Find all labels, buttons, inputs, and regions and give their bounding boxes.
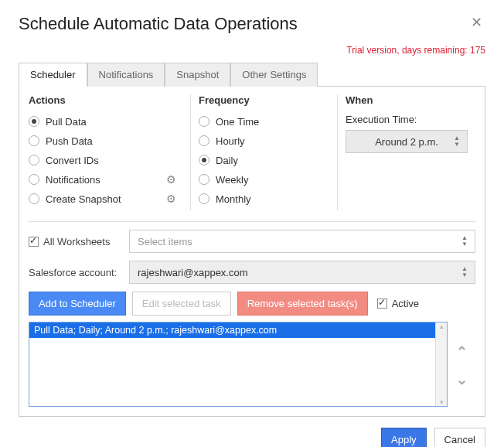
radio-label: Create Snapshot — [46, 193, 121, 205]
action-notifications[interactable]: Notifications ⚙ — [29, 172, 182, 187]
dialog-footer: Apply Cancel — [19, 428, 485, 447]
radio-label: Pull Data — [46, 116, 87, 128]
add-to-scheduler-button[interactable]: Add to Scheduler — [29, 292, 126, 316]
radio-icon — [29, 193, 39, 204]
dialog-title: Schedule Automatic Data Operations — [19, 14, 298, 34]
radio-icon — [29, 135, 39, 146]
radio-icon — [199, 116, 209, 127]
active-label: Active — [392, 298, 419, 309]
when-title: When — [346, 94, 468, 106]
all-worksheets-toggle[interactable]: All Worksheets — [29, 236, 129, 247]
action-create-snapshot[interactable]: Create Snapshot ⚙ — [29, 191, 182, 206]
sections: Actions Pull Data Push Data Convert IDs … — [29, 94, 475, 210]
actions-section: Actions Pull Data Push Data Convert IDs … — [29, 94, 191, 210]
radio-icon — [199, 174, 209, 185]
stepper-icon: ▲▼ — [458, 233, 472, 250]
execution-time-value: Around 2 p.m. — [375, 136, 438, 148]
actions-title: Actions — [29, 94, 182, 106]
execution-time-select[interactable]: Around 2 p.m. ▲▼ — [346, 130, 468, 153]
account-value: rajeshwari@xappex.com — [138, 267, 248, 278]
checkbox-icon — [377, 299, 387, 309]
frequency-section: Frequency One Time Hourly Daily Weekly — [191, 94, 338, 210]
trial-notice: Trial version, days remaining: 175 — [19, 45, 485, 56]
radio-label: Hourly — [216, 135, 245, 147]
execution-time-label: Execution Time: — [346, 114, 468, 125]
radio-label: Daily — [216, 155, 238, 166]
worksheets-row: All Worksheets Select items ▲▼ — [29, 230, 475, 253]
worksheets-placeholder: Select items — [138, 236, 192, 247]
checkbox-icon — [29, 237, 39, 247]
tab-snapshot[interactable]: Snapshot — [165, 63, 230, 87]
task-listbox[interactable]: Pull Data; Daily; Around 2 p.m.; rajeshw… — [29, 322, 448, 407]
radio-icon — [199, 135, 209, 146]
frequency-title: Frequency — [199, 94, 329, 106]
edit-task-button[interactable]: Edit selected task — [132, 292, 231, 316]
radio-icon — [29, 116, 39, 127]
freq-monthly[interactable]: Monthly — [199, 191, 329, 206]
move-down-icon[interactable]: ⌄ — [456, 371, 468, 388]
close-icon[interactable]: ✕ — [468, 14, 485, 31]
move-up-icon[interactable]: ⌃ — [456, 343, 468, 360]
radio-icon — [29, 155, 39, 165]
account-row: Salesforce account: rajeshwari@xappex.co… — [29, 261, 475, 284]
when-section: When Execution Time: Around 2 p.m. ▲▼ — [338, 94, 475, 210]
action-convert-ids[interactable]: Convert IDs — [29, 152, 182, 168]
task-list-area: Pull Data; Daily; Around 2 p.m.; rajeshw… — [29, 322, 475, 407]
radio-label: Convert IDs — [46, 155, 99, 166]
tab-other-settings[interactable]: Other Settings — [230, 63, 318, 87]
radio-label: Weekly — [216, 174, 248, 186]
radio-icon — [199, 155, 209, 165]
all-worksheets-label: All Worksheets — [43, 236, 110, 247]
radio-label: One Time — [216, 116, 259, 128]
active-toggle[interactable]: Active — [377, 298, 419, 309]
reorder-controls: ⌃ ⌄ — [448, 322, 475, 388]
account-select[interactable]: rajeshwari@xappex.com ▲▼ — [129, 261, 475, 284]
account-label: Salesforce account: — [29, 267, 129, 278]
freq-daily[interactable]: Daily — [199, 152, 329, 168]
title-row: Schedule Automatic Data Operations ✕ — [19, 14, 485, 34]
remove-task-button[interactable]: Remove selected task(s) — [237, 292, 368, 316]
scrollbar[interactable] — [435, 322, 447, 406]
divider — [29, 221, 475, 222]
button-row: Add to Scheduler Edit selected task Remo… — [29, 292, 475, 316]
freq-weekly[interactable]: Weekly — [199, 172, 329, 187]
gear-icon[interactable]: ⚙ — [166, 174, 176, 185]
freq-one-time[interactable]: One Time — [199, 114, 329, 129]
task-item[interactable]: Pull Data; Daily; Around 2 p.m.; rajeshw… — [29, 322, 447, 338]
scheduler-dialog: Schedule Automatic Data Operations ✕ Tri… — [0, 0, 504, 447]
tab-notifications[interactable]: Notifications — [87, 63, 165, 87]
stepper-icon: ▲▼ — [458, 264, 472, 281]
stepper-icon: ▲▼ — [450, 133, 464, 150]
radio-icon — [29, 174, 39, 185]
radio-label: Notifications — [46, 174, 100, 186]
apply-button[interactable]: Apply — [381, 428, 427, 447]
freq-hourly[interactable]: Hourly — [199, 133, 329, 148]
action-push-data[interactable]: Push Data — [29, 133, 182, 148]
tab-bar: Scheduler Notifications Snapshot Other S… — [19, 62, 485, 87]
radio-label: Push Data — [46, 135, 93, 147]
worksheets-select[interactable]: Select items ▲▼ — [129, 230, 475, 253]
radio-label: Monthly — [216, 193, 251, 205]
gear-icon[interactable]: ⚙ — [166, 193, 176, 204]
scheduler-panel: Actions Pull Data Push Data Convert IDs … — [19, 87, 485, 417]
action-pull-data[interactable]: Pull Data — [29, 114, 182, 129]
tab-scheduler[interactable]: Scheduler — [19, 63, 87, 87]
radio-icon — [199, 193, 209, 204]
cancel-button[interactable]: Cancel — [434, 428, 485, 447]
